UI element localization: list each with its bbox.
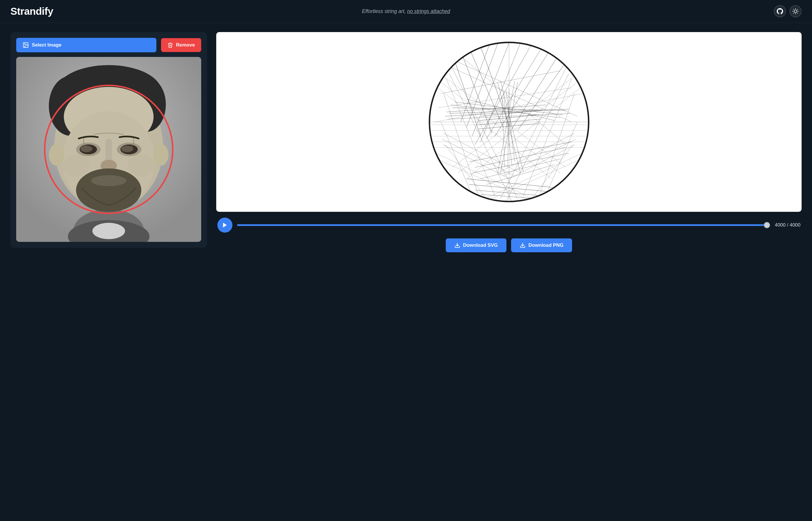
source-image <box>16 57 201 242</box>
trash-icon <box>167 42 173 48</box>
svg-point-35 <box>153 144 168 165</box>
theme-toggle-button[interactable] <box>789 5 802 17</box>
remove-button[interactable]: Remove <box>161 38 201 52</box>
remove-label: Remove <box>176 42 195 48</box>
svg-point-34 <box>49 144 64 165</box>
progress-label: 4000 / 4000 <box>775 222 800 228</box>
svg-point-15 <box>92 223 125 239</box>
github-icon <box>777 8 783 15</box>
svg-point-33 <box>91 175 126 186</box>
progress-slider[interactable] <box>237 224 770 226</box>
download-svg-label: Download SVG <box>463 243 498 248</box>
header-icons <box>774 5 802 17</box>
playback-controls: 4000 / 4000 <box>216 218 802 233</box>
image-controls: Select Image Remove <box>16 38 201 52</box>
svg-point-31 <box>128 155 155 177</box>
sun-icon <box>792 8 799 15</box>
download-svg-button[interactable]: Download SVG <box>446 239 506 252</box>
svg-line-3 <box>793 9 794 9</box>
image-preview <box>16 57 201 242</box>
svg-marker-123 <box>223 223 227 228</box>
main-content: Select Image Remove <box>0 23 812 262</box>
right-panel: 4000 / 4000 Download SVG Download PNG <box>216 32 802 252</box>
image-icon <box>23 42 29 48</box>
github-button[interactable] <box>774 5 786 17</box>
header-tagline: Effortless string art, no strings attach… <box>362 8 450 15</box>
svg-line-7 <box>793 13 794 13</box>
download-png-label: Download PNG <box>528 243 563 248</box>
svg-point-26 <box>81 145 92 152</box>
svg-rect-28 <box>106 138 112 163</box>
svg-line-8 <box>797 9 797 9</box>
download-svg-icon <box>454 243 460 248</box>
download-png-button[interactable]: Download PNG <box>511 239 572 252</box>
download-png-icon <box>520 243 525 248</box>
svg-point-10 <box>24 44 25 45</box>
header: Strandify Effortless string art, no stri… <box>0 0 812 23</box>
left-panel: Select Image Remove <box>10 32 207 248</box>
svg-point-0 <box>794 10 797 13</box>
play-button[interactable] <box>218 218 232 233</box>
tagline-link: no strings attached <box>407 8 450 14</box>
app-logo: Strandify <box>10 5 53 17</box>
select-image-button[interactable]: Select Image <box>16 38 156 52</box>
string-art-svg <box>424 37 594 207</box>
string-art-canvas <box>424 37 594 207</box>
select-image-label: Select Image <box>32 42 62 48</box>
string-art-output <box>216 32 802 212</box>
svg-line-4 <box>797 13 797 13</box>
download-controls: Download SVG Download PNG <box>216 239 802 252</box>
tagline-prefix: Effortless string art, <box>362 8 407 14</box>
svg-point-27 <box>121 145 133 152</box>
play-icon <box>222 222 228 228</box>
svg-point-30 <box>63 155 90 177</box>
